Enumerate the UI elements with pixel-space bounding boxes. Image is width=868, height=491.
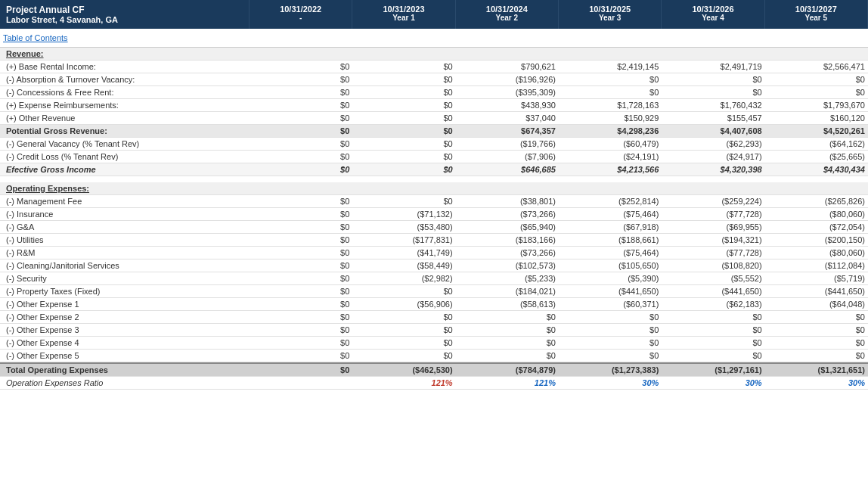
row-value: $0 bbox=[250, 86, 352, 98]
table-row: (+) Expense Reimbursements:$0$0$438,930$… bbox=[0, 99, 868, 112]
row-value: $0 bbox=[250, 151, 352, 163]
col5-year: 10/31/2026 bbox=[665, 5, 761, 14]
row-value: $0 bbox=[250, 195, 352, 207]
row-value: ($58,449) bbox=[352, 259, 455, 272]
row-value: $2,566,471 bbox=[765, 61, 868, 73]
row-value: ($60,371) bbox=[559, 298, 662, 310]
revenue-section-header: Revenue: bbox=[0, 48, 868, 61]
row-value: $1,728,163 bbox=[559, 99, 662, 111]
row-label: (-) Utilities bbox=[0, 234, 250, 246]
row-value: $0 bbox=[250, 247, 352, 259]
row-value: 30% bbox=[662, 377, 764, 389]
row-value: ($784,879) bbox=[456, 362, 559, 376]
row-label: (-) Other Expense 3 bbox=[0, 324, 250, 336]
row-label: (-) Insurance bbox=[0, 208, 250, 220]
project-title: Project Annual CF bbox=[6, 5, 246, 15]
row-label: (-) Concessions & Free Rent: bbox=[0, 86, 250, 98]
row-value: ($65,940) bbox=[456, 221, 559, 233]
row-label: (+) Other Revenue bbox=[0, 112, 250, 124]
row-value: ($252,814) bbox=[559, 195, 662, 207]
row-value: ($19,766) bbox=[456, 138, 559, 150]
row-value: ($184,021) bbox=[456, 285, 559, 297]
header-project: Project Annual CF Labor Street, 4 Savana… bbox=[0, 0, 250, 29]
row-value: $0 bbox=[456, 324, 559, 336]
opex-header-label: Operating Expenses: bbox=[0, 182, 250, 194]
row-value: ($441,650) bbox=[559, 285, 662, 297]
row-value: $0 bbox=[250, 259, 352, 272]
table-row: Total Operating Expenses$0($462,530)($78… bbox=[0, 362, 868, 377]
table-row: (-) Credit Loss (% Tenant Rev)$0$0($7,90… bbox=[0, 151, 868, 163]
col6-period: Year 5 bbox=[768, 14, 864, 22]
row-value: $0 bbox=[662, 324, 764, 336]
row-value: $646,685 bbox=[456, 163, 559, 176]
row-value: $0 bbox=[352, 311, 455, 323]
row-value: $0 bbox=[559, 86, 662, 98]
toc-cell[interactable]: Table of Contents bbox=[0, 29, 250, 47]
row-value: $0 bbox=[765, 350, 868, 362]
table-row: (-) R&M$0($41,749)($73,266)($75,464)($77… bbox=[0, 247, 868, 259]
row-value: $1,760,432 bbox=[662, 99, 764, 111]
row-value: ($108,820) bbox=[662, 259, 764, 272]
row-value: $0 bbox=[250, 234, 352, 246]
row-value: $0 bbox=[352, 324, 455, 336]
row-value: ($194,321) bbox=[662, 234, 764, 246]
table-row: (-) Cleaning/Janitorial Services$0($58,4… bbox=[0, 259, 868, 272]
row-value: $0 bbox=[250, 337, 352, 349]
row-value: ($5,552) bbox=[662, 272, 764, 284]
row-label: Potential Gross Revenue: bbox=[0, 125, 250, 137]
row-value: ($7,906) bbox=[456, 151, 559, 163]
row-value: $0 bbox=[250, 324, 352, 336]
col4-year: 10/31/2025 bbox=[562, 5, 658, 14]
row-value: $0 bbox=[250, 208, 352, 220]
table-row: (-) Property Taxes (Fixed)$0$0($184,021)… bbox=[0, 285, 868, 298]
row-value: ($53,480) bbox=[352, 221, 455, 233]
toc-link[interactable]: Table of Contents bbox=[3, 33, 68, 42]
row-label: Efective Gross Income bbox=[0, 163, 250, 176]
row-value: 30% bbox=[559, 377, 662, 389]
row-value: $0 bbox=[250, 285, 352, 297]
row-value: $0 bbox=[352, 112, 455, 124]
col1-year: 10/31/2022 bbox=[253, 5, 349, 14]
row-value: ($441,650) bbox=[765, 285, 868, 297]
row-value: $4,320,398 bbox=[662, 163, 764, 176]
table-row: Operation Expenses Ratio121%121%30%30%30… bbox=[0, 377, 868, 390]
row-label: (-) Property Taxes (Fixed) bbox=[0, 285, 250, 297]
row-value: ($25,665) bbox=[765, 151, 868, 163]
row-value: $0 bbox=[559, 337, 662, 349]
row-value: $0 bbox=[662, 73, 764, 85]
table-row: (-) Insurance$0($71,132)($73,266)($75,46… bbox=[0, 208, 868, 221]
row-value: ($41,749) bbox=[352, 247, 455, 259]
opex-section-header: Operating Expenses: bbox=[0, 182, 868, 195]
table-row: (-) Management Fee$0$0($38,801)($252,814… bbox=[0, 195, 868, 208]
row-value: ($2,982) bbox=[352, 272, 455, 284]
row-value: $0 bbox=[352, 125, 455, 137]
data-table: Revenue: (+) Base Rental Income:$0$0$790… bbox=[0, 48, 868, 390]
row-value: ($75,464) bbox=[559, 208, 662, 220]
row-value: ($1,273,383) bbox=[559, 362, 662, 376]
row-value: ($62,293) bbox=[662, 138, 764, 150]
row-value: $674,357 bbox=[456, 125, 559, 137]
row-value: $155,457 bbox=[662, 112, 764, 124]
row-value: ($80,060) bbox=[765, 208, 868, 220]
row-value: ($73,266) bbox=[456, 208, 559, 220]
row-value: ($102,573) bbox=[456, 259, 559, 272]
row-value: $2,491,719 bbox=[662, 61, 764, 73]
row-value: $0 bbox=[765, 311, 868, 323]
row-value: $4,407,608 bbox=[662, 125, 764, 137]
col6-year: 10/31/2027 bbox=[768, 5, 864, 14]
row-label: (-) Other Expense 2 bbox=[0, 311, 250, 323]
row-value: $0 bbox=[765, 324, 868, 336]
header-col6: 10/31/2027 Year 5 bbox=[765, 0, 868, 29]
row-value: $0 bbox=[250, 221, 352, 233]
row-value: ($64,162) bbox=[765, 138, 868, 150]
row-value: ($72,054) bbox=[765, 221, 868, 233]
row-value: ($77,728) bbox=[662, 247, 764, 259]
row-value: ($58,613) bbox=[456, 298, 559, 310]
row-value: ($200,150) bbox=[765, 234, 868, 246]
row-value: $0 bbox=[250, 311, 352, 323]
row-label: (-) Cleaning/Janitorial Services bbox=[0, 259, 250, 272]
row-value: $0 bbox=[662, 350, 764, 362]
row-value: $150,929 bbox=[559, 112, 662, 124]
row-value: $0 bbox=[352, 61, 455, 73]
col3-period: Year 2 bbox=[459, 14, 555, 22]
